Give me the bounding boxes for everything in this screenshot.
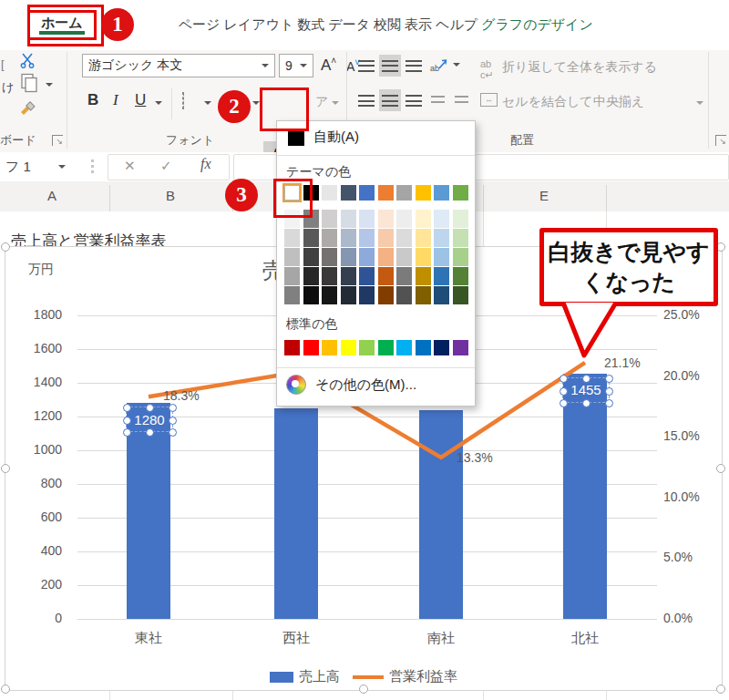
- variant-swatch-0-2[interactable]: [284, 248, 300, 266]
- variant-swatch-4-2[interactable]: [359, 248, 375, 266]
- merge-center-caret[interactable]: [696, 101, 703, 105]
- variant-swatch-3-2[interactable]: [341, 248, 356, 266]
- standard-swatch-2[interactable]: [322, 340, 337, 355]
- variant-swatch-6-2[interactable]: [396, 248, 412, 266]
- line-data-label-東社[interactable]: 18.3%: [163, 388, 200, 403]
- variant-swatch-9-2[interactable]: [453, 248, 468, 266]
- variant-swatch-6-3[interactable]: [396, 267, 412, 285]
- variant-swatch-4-1[interactable]: [359, 229, 375, 247]
- chart-selection-handle[interactable]: [716, 685, 725, 694]
- variant-swatch-2-0[interactable]: [322, 210, 337, 228]
- borders-icon[interactable]: [182, 93, 184, 109]
- variant-swatch-7-0[interactable]: [416, 210, 431, 228]
- formula-bar-resize-handle[interactable]: [91, 160, 94, 174]
- align-right-button[interactable]: [403, 89, 425, 111]
- column-header-A[interactable]: A: [47, 188, 56, 203]
- chart-bar-西社[interactable]: [274, 408, 318, 619]
- variant-swatch-4-4[interactable]: [359, 286, 375, 304]
- standard-swatch-1[interactable]: [303, 340, 319, 355]
- borders-caret[interactable]: [204, 101, 211, 105]
- variant-swatch-5-0[interactable]: [378, 210, 394, 228]
- insert-function-icon[interactable]: fx: [200, 156, 211, 172]
- variant-swatch-4-3[interactable]: [359, 267, 375, 285]
- align-center-button[interactable]: [379, 89, 401, 111]
- standard-swatch-5[interactable]: [378, 340, 394, 355]
- enter-icon[interactable]: ✓: [160, 158, 172, 174]
- tab-page-layout[interactable]: ページ レイアウト: [177, 11, 296, 39]
- variant-swatch-7-2[interactable]: [416, 248, 431, 266]
- variant-swatch-8-1[interactable]: [434, 229, 449, 247]
- font-name-caret[interactable]: [262, 64, 269, 67]
- variant-swatch-6-0[interactable]: [396, 210, 412, 228]
- variant-swatch-3-0[interactable]: [341, 210, 356, 228]
- align-middle-button[interactable]: [379, 55, 401, 77]
- increase-indent-button[interactable]: [450, 89, 472, 111]
- underline-button[interactable]: U: [135, 91, 146, 109]
- legend-item-売上高[interactable]: 売上高: [270, 668, 340, 685]
- name-box[interactable]: フ 1: [5, 159, 31, 176]
- variant-swatch-2-2[interactable]: [322, 248, 337, 266]
- legend-item-営業利益率[interactable]: 営業利益率: [353, 668, 457, 685]
- standard-swatch-8[interactable]: [434, 340, 449, 355]
- grow-font-button[interactable]: A˄: [321, 56, 336, 75]
- variant-swatch-1-3[interactable]: [303, 267, 319, 285]
- align-dialog-launcher[interactable]: ↘: [715, 135, 726, 146]
- chart-bar-南社[interactable]: [419, 410, 463, 619]
- variant-swatch-6-4[interactable]: [396, 286, 412, 304]
- align-top-button[interactable]: [355, 55, 377, 77]
- chart-selection-handle[interactable]: [1, 242, 10, 252]
- chart-legend[interactable]: 売上高営業利益率: [5, 668, 722, 685]
- format-painter-icon[interactable]: [19, 98, 37, 119]
- decrease-indent-button[interactable]: [426, 89, 448, 111]
- variant-swatch-3-3[interactable]: [341, 267, 356, 285]
- variant-swatch-5-3[interactable]: [378, 267, 394, 285]
- orientation-icon[interactable]: ab: [430, 57, 448, 77]
- variant-swatch-3-4[interactable]: [341, 286, 356, 304]
- variant-swatch-5-4[interactable]: [378, 286, 394, 304]
- wrap-text-button[interactable]: 折り返して全体を表示する: [502, 59, 657, 76]
- column-header-B[interactable]: B: [166, 188, 175, 203]
- variant-swatch-8-2[interactable]: [434, 248, 449, 266]
- cancel-icon[interactable]: ✕: [124, 158, 136, 174]
- variant-swatch-0-4[interactable]: [284, 286, 300, 304]
- menu-item-more-colors[interactable]: その他の色(M)...: [286, 375, 416, 395]
- variant-swatch-8-4[interactable]: [434, 286, 449, 304]
- bold-button[interactable]: B: [87, 91, 98, 109]
- variant-swatch-8-0[interactable]: [434, 210, 449, 228]
- theme-swatch-3[interactable]: [341, 185, 356, 201]
- variant-swatch-9-3[interactable]: [453, 267, 468, 285]
- underline-caret[interactable]: [155, 101, 162, 105]
- variant-swatch-6-1[interactable]: [396, 229, 412, 247]
- variant-swatch-7-3[interactable]: [416, 267, 431, 285]
- name-box-caret[interactable]: [58, 165, 66, 169]
- tab-chart-design[interactable]: グラフのデザイン: [479, 11, 595, 39]
- tab-review[interactable]: 校閲: [372, 11, 403, 39]
- line-data-label-南社[interactable]: 13.3%: [457, 450, 493, 465]
- bar-data-label-北社[interactable]: 1455: [562, 377, 610, 403]
- variant-swatch-9-4[interactable]: [453, 286, 468, 304]
- variant-swatch-5-2[interactable]: [378, 248, 394, 266]
- theme-swatch-4[interactable]: [359, 185, 375, 201]
- standard-swatch-4[interactable]: [359, 340, 375, 355]
- variant-swatch-9-0[interactable]: [453, 210, 468, 228]
- variant-swatch-2-1[interactable]: [322, 229, 337, 247]
- font-size-caret[interactable]: [300, 64, 307, 67]
- align-bottom-button[interactable]: [403, 55, 425, 77]
- paste-label-fragment[interactable]: け: [2, 79, 14, 96]
- chart-selection-handle[interactable]: [1, 464, 10, 473]
- theme-swatch-6[interactable]: [396, 185, 412, 201]
- cut-icon[interactable]: [20, 53, 35, 68]
- phonetic-button[interactable]: ア: [315, 94, 328, 110]
- paste-button-fragment[interactable]: [: [1, 57, 5, 71]
- copy-dropdown-caret[interactable]: [46, 83, 53, 87]
- chart-selection-handle[interactable]: [716, 464, 725, 473]
- italic-button[interactable]: I: [113, 91, 118, 109]
- tab-data[interactable]: データ: [326, 11, 372, 39]
- variant-swatch-1-2[interactable]: [303, 248, 319, 266]
- variant-swatch-4-0[interactable]: [359, 210, 375, 228]
- standard-swatch-7[interactable]: [416, 340, 431, 355]
- standard-swatch-0[interactable]: [284, 340, 300, 355]
- variant-swatch-2-3[interactable]: [322, 267, 337, 285]
- standard-swatch-6[interactable]: [396, 340, 412, 355]
- variant-swatch-7-4[interactable]: [416, 286, 431, 304]
